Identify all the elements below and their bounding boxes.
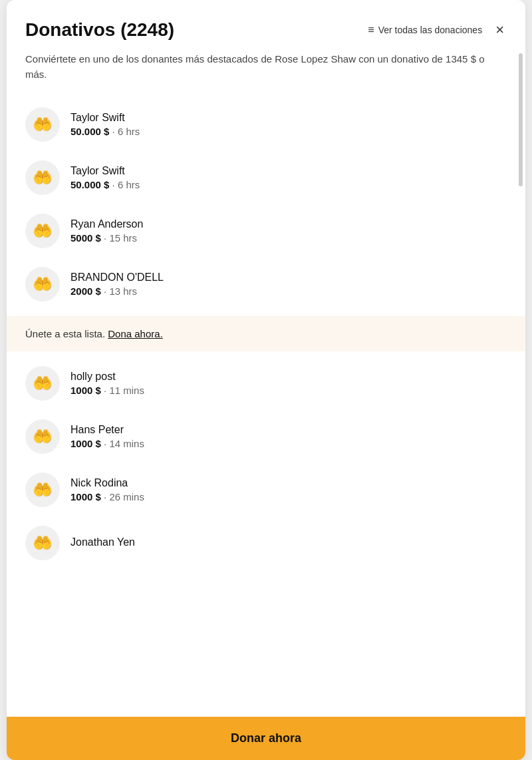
donor-avatar: 🤲 [25, 473, 60, 507]
donor-info: Taylor Swift 50.000 $ · 6 hrs [70, 165, 507, 190]
donor-info: BRANDON O'DELL 2000 $ · 13 hrs [70, 272, 507, 297]
donor-name: holly post [70, 371, 507, 383]
donor-amount: 1000 $ [70, 438, 101, 449]
donor-info: Nick Rodina 1000 $ · 26 mins [70, 477, 507, 502]
donor-time: · 11 mins [104, 385, 144, 396]
donor-details: 50.000 $ · 6 hrs [70, 126, 507, 137]
donor-details: 5000 $ · 15 hrs [70, 232, 507, 244]
donor-amount: 1000 $ [70, 385, 101, 396]
donor-amount: 50.000 $ [70, 179, 109, 190]
donor-time: · 13 hrs [104, 285, 137, 297]
donations-panel: Donativos (2248) ≡ Ver todas las donacio… [7, 0, 525, 760]
donor-name: Taylor Swift [70, 165, 507, 177]
donor-info: Ryan Anderson 5000 $ · 15 hrs [70, 218, 507, 244]
donor-avatar: 🤲 [25, 214, 60, 248]
donor-info: Hans Peter 1000 $ · 14 mins [70, 424, 507, 449]
donor-time: · 15 hrs [104, 232, 137, 244]
donor-details: 50.000 $ · 6 hrs [70, 179, 507, 190]
top-donor-item: 🤲 Taylor Swift 50.000 $ · 6 hrs [25, 151, 507, 204]
top-donor-item: 🤲 Ryan Anderson 5000 $ · 15 hrs [25, 204, 507, 258]
donor-details: 1000 $ · 14 mins [70, 438, 507, 449]
donor-time: · 14 mins [104, 438, 144, 449]
recent-donor-item: 🤲 Hans Peter 1000 $ · 14 mins [25, 410, 507, 463]
close-button[interactable]: × [493, 19, 507, 41]
donor-amount: 50.000 $ [70, 126, 109, 137]
view-all-button[interactable]: ≡ Ver todas las donaciones [368, 24, 482, 36]
donor-name: Jonathan Yen [70, 536, 507, 548]
donor-avatar: 🤲 [25, 160, 60, 195]
list-icon: ≡ [368, 24, 374, 36]
donor-avatar: 🤲 [25, 419, 60, 454]
recent-donor-item: 🤲 holly post 1000 $ · 11 mins [25, 357, 507, 410]
top-donors-list: 🤲 Taylor Swift 50.000 $ · 6 hrs 🤲 Taylor… [7, 98, 525, 311]
donor-avatar: 🤲 [25, 107, 60, 142]
donor-amount: 5000 $ [70, 232, 101, 244]
donor-amount: 1000 $ [70, 491, 101, 502]
donor-details: 1000 $ · 11 mins [70, 385, 507, 396]
donate-button[interactable]: Donar ahora [7, 717, 525, 760]
view-all-label: Ver todas las donaciones [378, 25, 482, 35]
donor-amount: 2000 $ [70, 285, 101, 297]
donor-details: 1000 $ · 26 mins [70, 491, 507, 502]
donor-name: Ryan Anderson [70, 218, 507, 230]
recent-donor-item: 🤲 Jonathan Yen [25, 516, 507, 570]
top-donor-item: 🤲 Taylor Swift 50.000 $ · 6 hrs [25, 98, 507, 151]
donor-info: Jonathan Yen [70, 536, 507, 550]
join-text: Únete a esta lista. [25, 328, 108, 339]
donor-avatar: 🤲 [25, 526, 60, 560]
donor-name: Hans Peter [70, 424, 507, 436]
donor-name: Nick Rodina [70, 477, 507, 489]
panel-title: Donativos (2248) [25, 19, 174, 41]
header-actions: ≡ Ver todas las donaciones × [368, 19, 507, 41]
donor-name: BRANDON O'DELL [70, 272, 507, 284]
donor-avatar: 🤲 [25, 366, 60, 401]
subtitle-text: Conviértete en uno de los donantes más d… [7, 52, 525, 98]
donor-avatar: 🤲 [25, 267, 60, 301]
top-donor-item: 🤲 BRANDON O'DELL 2000 $ · 13 hrs [25, 258, 507, 311]
scrollbar[interactable] [519, 53, 523, 186]
donor-time: · 26 mins [104, 491, 144, 502]
recent-donors-list: 🤲 holly post 1000 $ · 11 mins 🤲 Hans Pet… [7, 357, 525, 570]
donor-info: holly post 1000 $ · 11 mins [70, 371, 507, 396]
donor-details: 2000 $ · 13 hrs [70, 285, 507, 297]
donor-info: Taylor Swift 50.000 $ · 6 hrs [70, 112, 507, 137]
donor-time: · 6 hrs [112, 179, 140, 190]
donor-name: Taylor Swift [70, 112, 507, 124]
recent-donor-item: 🤲 Nick Rodina 1000 $ · 26 mins [25, 463, 507, 516]
donate-now-link[interactable]: Dona ahora. [108, 328, 163, 339]
donor-time: · 6 hrs [112, 126, 140, 137]
header: Donativos (2248) ≡ Ver todas las donacio… [7, 0, 525, 52]
join-banner: Únete a esta lista. Dona ahora. [7, 316, 525, 351]
